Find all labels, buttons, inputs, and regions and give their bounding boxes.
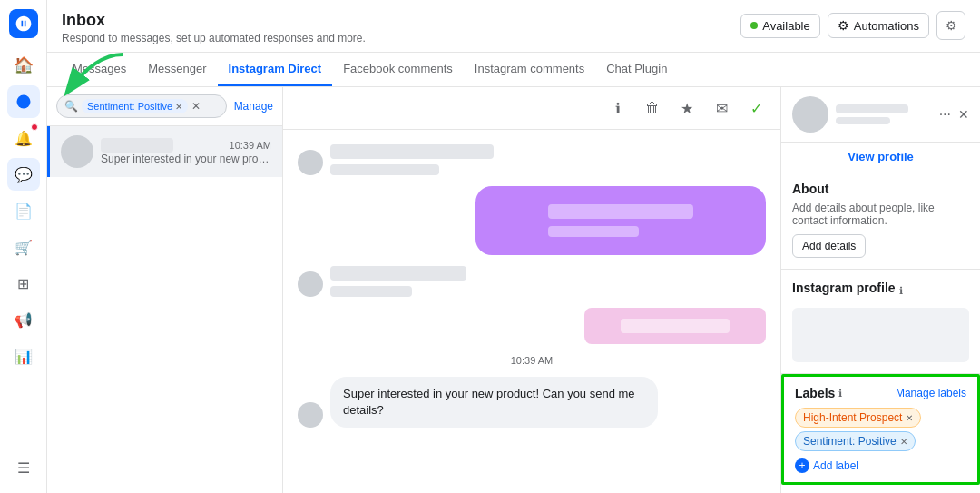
info-icon-ig: ℹ	[899, 285, 903, 297]
rp-close-button[interactable]: ✕	[958, 107, 969, 122]
label-chip-text-2: Sentiment: Positive	[803, 435, 897, 448]
sidebar-item-notifications[interactable]: 🔔	[7, 122, 40, 154]
tab-messages[interactable]: Messages	[62, 53, 137, 86]
msg-placeholder-3	[330, 266, 466, 281]
rp-sub-placeholder	[836, 117, 890, 124]
sidebar-item-tables[interactable]: ⊞	[7, 267, 40, 300]
settings-icon: ⚙	[946, 18, 957, 33]
meta-logo	[9, 9, 38, 38]
add-label-text: Add label	[813, 459, 858, 472]
add-details-button[interactable]: Add details	[792, 234, 866, 258]
inbox-tabs: Messages Messenger Instagram Direct Face…	[47, 53, 980, 87]
chat-time: 10:39 AM	[298, 355, 766, 366]
add-details-label: Add details	[802, 240, 856, 252]
outgoing-placeholder-3	[621, 319, 730, 333]
chat-toolbar: ℹ 🗑 ★ ✉ ✓	[283, 87, 780, 130]
rp-name-area	[836, 104, 932, 124]
search-icon: 🔍	[64, 100, 78, 113]
conv-time: 10:39 AM	[230, 140, 271, 151]
inbox-title-area: Inbox Respond to messages, set up automa…	[62, 11, 366, 44]
conv-avatar	[61, 135, 93, 168]
tab-chat-plugin[interactable]: Chat Plugin	[595, 53, 678, 86]
sidebar-item-pages[interactable]: 📄	[7, 194, 40, 227]
conv-name-placeholder	[101, 138, 173, 153]
user-avatar-final	[298, 402, 323, 428]
inbox-subtitle: Respond to messages, set up automated re…	[62, 32, 366, 44]
user-avatar-1	[298, 150, 323, 175]
delete-button[interactable]: 🗑	[639, 94, 666, 122]
sidebar-item-campaigns[interactable]: 📢	[7, 303, 40, 336]
ai-icon	[15, 94, 32, 110]
label-chip-remove-2[interactable]: ✕	[900, 437, 907, 447]
automations-icon: ⚙	[838, 18, 849, 33]
ig-profile-section: Instagram profile ℹ	[781, 270, 980, 374]
rp-menu-button[interactable]: ···	[939, 106, 951, 123]
sidebar-item-home[interactable]: 🏠	[7, 49, 40, 82]
final-message: Super interested in your new product! Ca…	[330, 377, 658, 428]
filter-remove-icon[interactable]: ✕	[175, 102, 182, 112]
conversation-item[interactable]: 10:39 AM Super interested in your new pr…	[47, 126, 282, 177]
check-button[interactable]: ✓	[742, 94, 769, 122]
add-label-icon: +	[795, 458, 809, 473]
sidebar-item-menu[interactable]: ☰	[7, 451, 40, 484]
label-chip-text-1: High-Intent Prospect	[803, 411, 902, 424]
filter-tag: Sentiment: Positive ✕	[82, 99, 188, 113]
sidebar: 🏠 🔔 💬 📄 🛒 ⊞ 📢 📊 ☰	[0, 0, 47, 493]
right-panel: ··· ✕ View profile About Add details abo…	[780, 87, 980, 493]
sidebar-item-shop[interactable]: 🛒	[7, 231, 40, 263]
sidebar-item-ai[interactable]	[7, 85, 40, 118]
notification-badge	[31, 123, 38, 131]
labels-section: Labels ℹ Manage labels High-Intent Prosp…	[781, 374, 980, 485]
status-button[interactable]: Available	[740, 14, 820, 38]
conversation-list: 🔍 Sentiment: Positive ✕ ✕ Manage 10:39 A…	[47, 87, 283, 493]
rp-header: ··· ✕	[781, 87, 980, 143]
conv-info: 10:39 AM Super interested in your new pr…	[101, 138, 271, 165]
tab-instagram-comments[interactable]: Instagram comments	[464, 53, 595, 86]
chat-messages: 10:39 AM Super interested in your new pr…	[283, 130, 780, 493]
sidebar-item-analytics[interactable]: 📊	[7, 340, 40, 372]
meta-logo-icon	[15, 15, 33, 33]
label-chip-sentiment: Sentiment: Positive ✕	[795, 431, 916, 451]
search-clear-icon[interactable]: ✕	[191, 100, 201, 113]
automations-label: Automations	[854, 19, 919, 33]
search-inner: 🔍 Sentiment: Positive ✕ ✕	[56, 94, 227, 118]
msg-placeholder-4	[330, 286, 412, 297]
info-icon-labels: ℹ	[838, 388, 842, 399]
label-chip-remove-1[interactable]: ✕	[906, 413, 913, 423]
tab-messenger[interactable]: Messenger	[137, 53, 217, 86]
add-label-button[interactable]: + Add label	[795, 458, 966, 473]
ig-profile-placeholder	[792, 308, 969, 362]
content-area: 🔍 Sentiment: Positive ✕ ✕ Manage 10:39 A…	[47, 87, 980, 493]
labels-title-row: Labels ℹ	[795, 386, 842, 400]
svg-point-0	[16, 95, 30, 109]
outgoing-msg-1	[298, 186, 766, 255]
rp-avatar	[792, 96, 828, 133]
view-profile-link[interactable]: View profile	[781, 143, 980, 171]
rp-name-placeholder	[836, 104, 908, 113]
msg-placeholder-1	[330, 144, 494, 159]
manage-link[interactable]: Manage	[234, 100, 273, 113]
star-button[interactable]: ★	[673, 94, 701, 122]
outgoing-placeholder-2	[548, 226, 639, 237]
incoming-msg-2	[298, 266, 766, 297]
info-button[interactable]: ℹ	[604, 94, 632, 122]
settings-button[interactable]: ⚙	[936, 11, 965, 40]
tab-instagram-direct[interactable]: Instagram Direct	[218, 53, 333, 86]
tab-facebook-comments[interactable]: Facebook comments	[332, 53, 464, 86]
labels-header: Labels ℹ Manage labels	[795, 386, 966, 400]
filter-label: Sentiment: Positive	[87, 101, 172, 112]
inbox-header: Inbox Respond to messages, set up automa…	[47, 0, 980, 53]
status-label: Available	[762, 19, 810, 33]
manage-labels-link[interactable]: Manage labels	[896, 387, 966, 399]
user-avatar-2	[298, 271, 323, 297]
msg-placeholder-2	[330, 164, 439, 175]
incoming-msg-1	[298, 144, 766, 175]
automations-button[interactable]: ⚙ Automations	[828, 13, 929, 38]
incoming-msg-final: Super interested in your new product! Ca…	[298, 377, 766, 428]
email-button[interactable]: ✉	[708, 94, 735, 122]
label-chip-high-intent: High-Intent Prospect ✕	[795, 408, 921, 428]
inbox-title: Inbox	[62, 11, 366, 30]
sidebar-item-messages[interactable]: 💬	[7, 158, 40, 191]
suggested-labels-section: Suggested labels New customer Important …	[781, 485, 980, 493]
outgoing-placeholder-1	[548, 204, 693, 219]
